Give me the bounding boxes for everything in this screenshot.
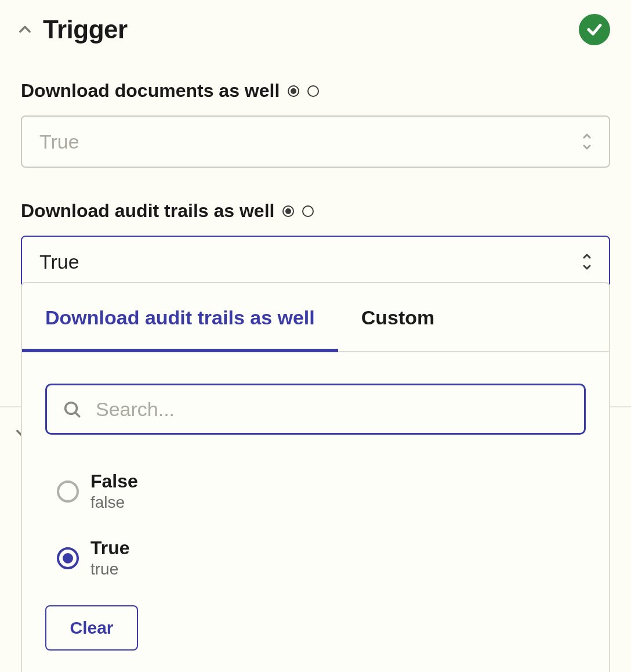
status-complete-icon: [579, 14, 610, 45]
download-documents-select[interactable]: True: [21, 115, 610, 168]
search-icon: [62, 399, 82, 419]
fields-container: Download documents as well True Download…: [0, 45, 631, 288]
select-chevrons-icon: [580, 250, 594, 274]
radio-indicator-empty-icon[interactable]: [307, 85, 319, 97]
field-label-row: Download documents as well: [21, 80, 610, 102]
option-false[interactable]: False false: [45, 458, 586, 525]
dropdown-tabs: Download audit trails as well Custom: [22, 283, 609, 352]
trigger-config-panel: Trigger Download documents as well True …: [0, 0, 631, 672]
radio-selected-icon: [57, 547, 79, 569]
select-value: True: [39, 251, 79, 273]
option-value: false: [90, 493, 138, 512]
radio-indicator-filled-icon[interactable]: [282, 205, 294, 217]
chevron-up-icon[interactable]: [14, 19, 36, 41]
field-label-row: Download audit trails as well: [21, 200, 610, 222]
section-title: Trigger: [43, 15, 128, 44]
search-input[interactable]: [95, 398, 569, 421]
select-dropdown-panel: Download audit trails as well Custom Fal…: [21, 282, 610, 672]
option-label: False: [90, 471, 138, 492]
option-true[interactable]: True true: [45, 525, 586, 591]
tab-field[interactable]: Download audit trails as well: [45, 283, 315, 351]
field-label: Download documents as well: [21, 80, 280, 102]
radio-indicator-empty-icon[interactable]: [302, 205, 314, 217]
field-download-documents: Download documents as well True: [21, 80, 610, 168]
options-list: False false True true: [22, 458, 609, 591]
tab-custom[interactable]: Custom: [361, 283, 435, 351]
svg-line-1: [75, 413, 79, 417]
option-texts: False false: [90, 471, 138, 512]
select-value: True: [39, 131, 79, 153]
search-container: [22, 352, 609, 458]
section-header: Trigger: [0, 0, 631, 45]
option-label: True: [90, 537, 130, 559]
clear-button[interactable]: Clear: [45, 605, 138, 651]
radio-icon: [57, 480, 79, 503]
search-box[interactable]: [45, 384, 586, 435]
field-label: Download audit trails as well: [21, 200, 274, 222]
option-texts: True true: [90, 537, 130, 579]
download-audit-trails-select[interactable]: True: [21, 236, 610, 288]
field-download-audit-trails: Download audit trails as well True: [21, 200, 610, 288]
option-value: true: [90, 560, 130, 579]
radio-indicator-filled-icon[interactable]: [288, 85, 299, 97]
select-chevrons-icon: [580, 129, 594, 154]
